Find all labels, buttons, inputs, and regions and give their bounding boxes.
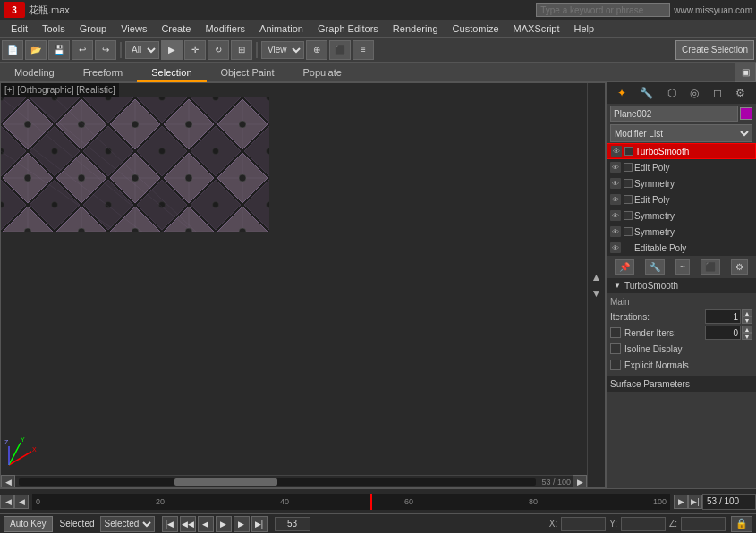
mod-eye-icon[interactable]: 👁 xyxy=(611,146,622,157)
modifier-edit-poly-1[interactable]: 👁 Edit Poly xyxy=(607,159,756,175)
mod-checkbox[interactable] xyxy=(624,195,633,204)
settings-btn[interactable]: ⚙ xyxy=(731,259,748,275)
mod-checkbox[interactable] xyxy=(624,147,633,156)
tl-prev-btn[interactable]: ◀ xyxy=(14,495,29,509)
undo-btn[interactable]: ↩ xyxy=(72,40,93,60)
menu-help[interactable]: Help xyxy=(567,20,602,38)
object-name-input[interactable] xyxy=(610,106,738,122)
viewport[interactable]: [+] [Orthographic] [Realistic] xyxy=(0,82,606,488)
search-input[interactable] xyxy=(536,3,670,17)
modify-icon[interactable]: 🔧 xyxy=(637,85,656,101)
render-iters-up[interactable]: ▲ xyxy=(742,326,752,333)
modifier-edit-poly-2[interactable]: 👁 Edit Poly xyxy=(607,191,756,207)
scroll-right-btn[interactable]: ▶ xyxy=(573,475,587,489)
mod-eye-icon[interactable]: 👁 xyxy=(610,226,621,237)
menu-animation[interactable]: Animation xyxy=(252,20,310,38)
redo-btn[interactable]: ↪ xyxy=(95,40,116,60)
modifier-symmetry-1[interactable]: 👁 Symmetry xyxy=(607,175,756,191)
create-icon[interactable]: ✦ xyxy=(615,85,629,101)
modifier-editable-poly[interactable]: 👁 Editable Poly xyxy=(607,240,756,256)
selected-dropdown[interactable]: Selected xyxy=(100,516,155,532)
tab-modeling[interactable]: Modeling xyxy=(0,63,69,82)
timeline-bar[interactable]: 0 20 40 60 80 100 xyxy=(32,494,670,510)
isoline-checkbox[interactable] xyxy=(610,343,621,354)
play-prev-frame-btn[interactable]: ◀ xyxy=(198,516,214,532)
save-btn[interactable]: 💾 xyxy=(48,40,70,60)
frame-input[interactable] xyxy=(275,517,310,531)
iterations-input[interactable] xyxy=(705,309,741,324)
mod-checkbox[interactable] xyxy=(624,179,633,188)
open-btn[interactable]: 📂 xyxy=(25,40,47,60)
scroll-thumb[interactable] xyxy=(174,478,278,486)
menu-graph-editors[interactable]: Graph Editors xyxy=(310,20,386,38)
menu-rendering[interactable]: Rendering xyxy=(386,20,446,38)
play-end-btn[interactable]: ▶| xyxy=(251,516,268,532)
mod-eye-icon[interactable]: 👁 xyxy=(610,162,621,173)
frame-counter[interactable] xyxy=(702,494,756,510)
snap-btn[interactable]: ⊕ xyxy=(306,40,327,60)
menu-create[interactable]: Create xyxy=(154,20,198,38)
utilities-icon[interactable]: ⚙ xyxy=(733,85,748,101)
modifier-symmetry-2[interactable]: 👁 Symmetry xyxy=(607,207,756,224)
iterations-down[interactable]: ▼ xyxy=(742,317,752,324)
scale-btn[interactable]: ⊞ xyxy=(231,40,252,60)
display-icon[interactable]: ◻ xyxy=(710,85,725,101)
collapse-btn[interactable]: ⬛ xyxy=(701,259,720,275)
modifier-symmetry-3[interactable]: 👁 Symmetry xyxy=(607,224,756,240)
nav-up[interactable]: ▲ xyxy=(590,269,604,285)
menu-tools[interactable]: Tools xyxy=(35,20,72,38)
rotate-btn[interactable]: ↻ xyxy=(208,40,229,60)
pin-btn[interactable]: 📌 xyxy=(615,259,634,275)
hierarchy-icon[interactable]: ⬡ xyxy=(665,85,679,101)
x-input[interactable] xyxy=(561,517,606,531)
mod-eye-icon[interactable]: 👁 xyxy=(610,210,621,221)
play-prev-btn[interactable]: ◀◀ xyxy=(180,516,196,532)
padlock-btn[interactable]: 🔒 xyxy=(731,516,752,532)
y-input[interactable] xyxy=(621,517,666,531)
mod-eye-icon[interactable]: 👁 xyxy=(610,194,621,205)
tab-freeform[interactable]: Freeform xyxy=(69,63,138,82)
mod-eye-icon[interactable]: 👁 xyxy=(610,242,621,253)
explicit-normals-checkbox[interactable] xyxy=(610,360,621,370)
tl-end-btn[interactable]: ▶| xyxy=(688,495,702,509)
tl-start-btn[interactable]: |◀ xyxy=(0,495,14,509)
tab-populate[interactable]: Populate xyxy=(288,63,355,82)
render-iters-input[interactable] xyxy=(705,326,741,340)
scroll-left-btn[interactable]: ◀ xyxy=(1,475,15,489)
render-iters-checkbox[interactable] xyxy=(610,327,621,338)
mod-checkbox[interactable] xyxy=(624,163,633,172)
nav-down[interactable]: ▼ xyxy=(590,285,604,301)
create-selection-button[interactable]: Create Selection xyxy=(675,40,754,60)
menu-edit[interactable]: Edit xyxy=(4,20,35,38)
iterations-up[interactable]: ▲ xyxy=(742,309,752,317)
z-input[interactable] xyxy=(681,517,726,531)
autokey-button[interactable]: Auto Key xyxy=(4,516,53,532)
mod-checkbox[interactable] xyxy=(624,227,633,236)
render-iters-down[interactable]: ▼ xyxy=(742,333,752,340)
mirror-btn[interactable]: ⬛ xyxy=(329,40,351,60)
modifier-turbosmooth[interactable]: 👁 TurboSmooth xyxy=(607,143,756,159)
mod-checkbox[interactable] xyxy=(624,211,633,220)
viewport-select[interactable]: View xyxy=(261,41,304,59)
weld-btn[interactable]: ~ xyxy=(675,259,690,275)
modifier-list-select[interactable]: Modifier List xyxy=(610,124,752,142)
select-btn[interactable]: ▶ xyxy=(161,40,183,60)
play-btn[interactable]: ▶ xyxy=(216,516,232,532)
play-next-frame-btn[interactable]: ▶ xyxy=(234,516,250,532)
tab-object-paint[interactable]: Object Paint xyxy=(207,63,289,82)
object-color-swatch[interactable] xyxy=(740,107,752,120)
play-start-btn[interactable]: |◀ xyxy=(162,516,178,532)
scroll-track[interactable] xyxy=(19,478,536,486)
panel-toggle[interactable]: ▣ xyxy=(735,63,756,82)
menu-views[interactable]: Views xyxy=(114,20,154,38)
new-btn[interactable]: 📄 xyxy=(2,40,23,60)
wrench-btn[interactable]: 🔧 xyxy=(645,259,665,275)
align-btn[interactable]: ≡ xyxy=(353,40,374,60)
viewport-scrollbar-h[interactable]: ◀ 53 / 100 ▶ xyxy=(1,475,587,487)
menu-maxscript[interactable]: MAXScript xyxy=(506,20,567,38)
menu-group[interactable]: Group xyxy=(72,20,115,38)
mod-eye-icon[interactable]: 👁 xyxy=(610,178,621,189)
motion-icon[interactable]: ◎ xyxy=(687,85,701,101)
tl-next-btn[interactable]: ▶ xyxy=(674,495,688,509)
tab-selection[interactable]: Selection xyxy=(137,63,206,82)
